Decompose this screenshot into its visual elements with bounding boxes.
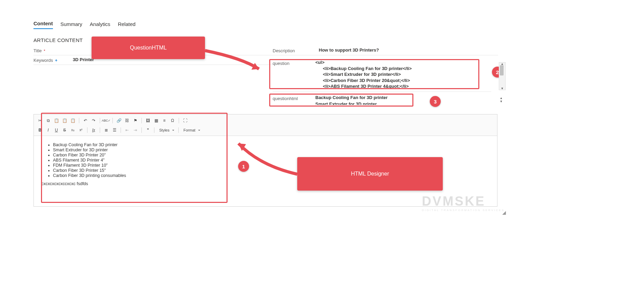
questionhtml-value[interactable]: Backup Cooling Fan for 3D printer Smart … [315, 95, 388, 107]
remove-format-icon[interactable]: Ix [90, 127, 97, 134]
paste-word-icon[interactable]: 📋 [69, 117, 76, 124]
special-char-icon[interactable]: Ω [169, 117, 176, 124]
question-value[interactable]: <ul> <li>Backup Cooling Fan for 3D print… [315, 59, 412, 89]
strike-icon[interactable]: S [61, 127, 68, 134]
keywords-label: Keywords+ [33, 57, 73, 63]
outdent-icon[interactable]: ⇤ [124, 127, 131, 134]
styles-dropdown[interactable]: Styles [157, 127, 176, 133]
blockquote-icon[interactable]: ” [145, 127, 151, 134]
paste-icon[interactable]: 📋 [53, 117, 60, 124]
spellcheck-icon[interactable]: ABC✓ [103, 117, 110, 124]
tab-related[interactable]: Related [118, 21, 136, 29]
table-icon[interactable]: ▦ [153, 117, 160, 124]
annotation-badge-3: 3 [430, 96, 441, 107]
paste-text-icon[interactable]: 📋 [61, 117, 68, 124]
redo-icon[interactable]: ↷ [90, 117, 97, 124]
list-item: Carbon Fiber 3D Printer 20" [53, 153, 490, 157]
indent-icon[interactable]: ⇥ [132, 127, 139, 134]
undo-icon[interactable]: ↶ [82, 117, 89, 124]
numbered-list-icon[interactable]: ≣ [103, 127, 110, 134]
list-item: Smart Extruder for 3D printer [53, 148, 490, 152]
description-label: Description [273, 47, 319, 53]
format-dropdown[interactable]: Format [181, 127, 202, 133]
callout-questionhtml: QuestionHTML [92, 37, 205, 59]
image-icon[interactable]: 🖼 [145, 117, 151, 124]
resize-handle-icon[interactable]: ◢ [502, 210, 506, 215]
editor-toolbar: ✂ ⧉ 📋 📋 📋 ↶ ↷ ABC✓ 🔗 ⛓ ⚑ 🖼 ▦ [34, 114, 497, 136]
annotation-badge-1: 1 [238, 161, 249, 172]
list-item: Backup Cooling Fan for 3D printer [53, 142, 490, 147]
italic-icon[interactable]: I [45, 127, 52, 134]
underline-icon[interactable]: U [53, 127, 60, 134]
hr-icon[interactable]: ≡ [161, 117, 168, 124]
description-value[interactable]: How to support 3D Printers? [319, 47, 379, 53]
cut-icon[interactable]: ✂ [37, 117, 43, 124]
bold-icon[interactable]: B [37, 127, 43, 134]
unlink-icon[interactable]: ⛓ [124, 117, 131, 124]
title-label: Title* [33, 47, 73, 53]
subscript-icon[interactable]: x₂ [69, 127, 76, 134]
questionhtml-scroll[interactable]: ▲▼ [498, 96, 504, 105]
superscript-icon[interactable]: x² [78, 127, 84, 134]
question-scrollbar[interactable]: ▲ ▼ [499, 62, 506, 90]
tab-content[interactable]: Content [33, 20, 53, 29]
copy-icon[interactable]: ⧉ [45, 117, 52, 124]
maximize-icon[interactable]: ⛶ [182, 117, 189, 124]
callout-htmldesigner: HTML Designer [297, 157, 443, 191]
tab-analytics[interactable]: Analytics [90, 21, 110, 29]
tab-summary[interactable]: Summary [60, 21, 82, 29]
anchor-icon[interactable]: ⚑ [132, 117, 139, 124]
tab-bar: Content Summary Analytics Related [33, 20, 644, 29]
questionhtml-label: questionhtml [273, 95, 315, 101]
question-label: question [273, 59, 315, 66]
bullet-list-icon[interactable]: ☰ [111, 127, 118, 134]
keywords-value[interactable]: 3D Printer [73, 57, 94, 62]
link-icon[interactable]: 🔗 [115, 117, 122, 124]
